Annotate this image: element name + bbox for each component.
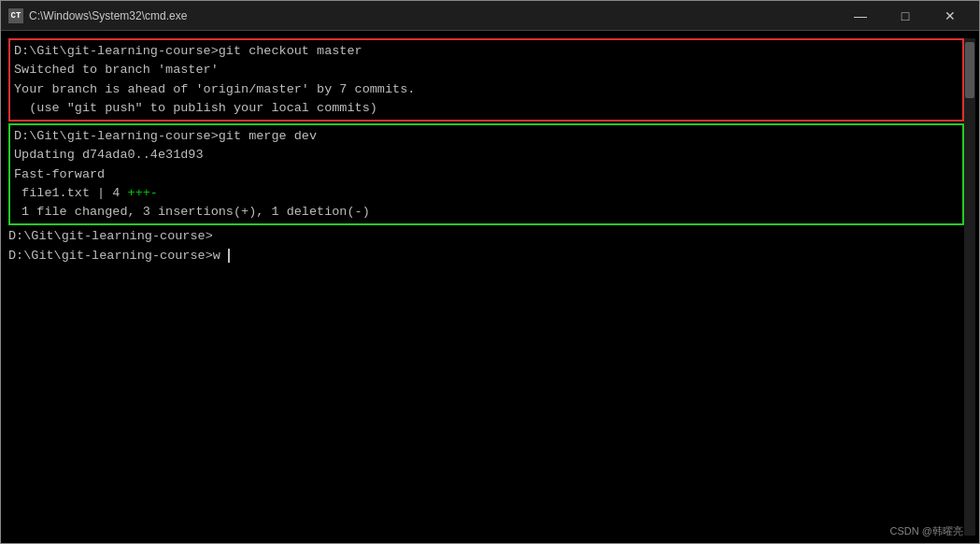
terminal-body: D:\Git\git-learning-course>git checkout … [1,31,979,543]
green-line-2: Updating d74ada0..4e31d93 [14,146,957,165]
scrollbar-thumb[interactable] [965,42,974,98]
red-line-1: D:\Git\git-learning-course>git checkout … [14,42,957,61]
window-icon: CT [8,8,23,23]
minimize-button[interactable]: — [839,1,882,31]
green-highlight-block: D:\Git\git-learning-course>git merge dev… [8,123,964,225]
cmd-window: CT C:\Windows\System32\cmd.exe — □ ✕ D:\… [0,0,980,544]
red-line-4: (use "git push" to publish your local co… [14,99,957,118]
red-highlight-block: D:\Git\git-learning-course>git checkout … [8,38,964,122]
window-title: C:\Windows\System32\cmd.exe [29,9,839,22]
green-line-4: file1.txt | 4 +++- [14,184,957,203]
green-line-1: D:\Git\git-learning-course>git merge dev [14,127,957,146]
window-controls: — □ ✕ [839,1,972,31]
extra-line-2: D:\Git\git-learning-course>w [8,247,964,265]
scrollbar[interactable] [964,38,975,536]
title-bar: CT C:\Windows\System32\cmd.exe — □ ✕ [1,1,979,31]
red-line-3: Your branch is ahead of 'origin/master' … [14,80,957,99]
extra-line-1: D:\Git\git-learning-course> [8,227,964,246]
red-line-2: Switched to branch 'master' [14,61,957,79]
diff-plus: +++- [128,186,158,200]
green-line-3: Fast-forward [14,165,957,184]
green-line-5: 1 file changed, 3 insertions(+), 1 delet… [14,203,957,222]
close-button[interactable]: ✕ [929,1,972,31]
maximize-button[interactable]: □ [884,1,927,31]
terminal-content: D:\Git\git-learning-course>git checkout … [8,38,964,536]
watermark: CSDN @韩曜亮 [890,524,963,538]
